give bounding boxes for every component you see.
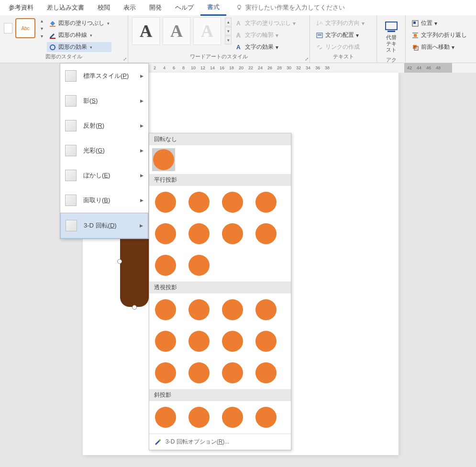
text-fill-button[interactable]: A 文字の塗りつぶし▾ (233, 18, 298, 28)
text-effects-button[interactable]: A 文字の効果▾ (233, 42, 298, 52)
rotation-perspective-thumb-0[interactable] (154, 298, 177, 321)
shape-styles-label: 図形のスタイル (4, 52, 124, 61)
rotation-parallel-thumb-0[interactable] (154, 191, 177, 214)
tab-view[interactable]: 表示 (117, 0, 143, 15)
position-icon (411, 20, 419, 27)
rotation-perspective-thumb-3[interactable] (255, 298, 277, 321)
effects-3d-rotation-item[interactable]: 3-D 回転(D) ▶ (60, 213, 148, 239)
tab-mailings[interactable]: 差し込み文書 (40, 0, 91, 15)
style-gallery-down[interactable]: ▾ (38, 25, 45, 32)
rotation-oblique-thumb-3[interactable] (255, 406, 277, 429)
rotation-parallel-thumb-2[interactable] (221, 191, 244, 214)
rotation-parallel-thumb-4[interactable] (154, 222, 177, 245)
alt-text-button[interactable]: 代替テキスト (380, 17, 403, 55)
tab-review[interactable]: 校閲 (91, 0, 117, 15)
ruler-selection: 42 44 46 48 (404, 63, 452, 73)
shape-style-preset[interactable]: Abc (15, 18, 35, 38)
svg-rect-13 (387, 31, 395, 32)
wrap-icon (411, 32, 419, 39)
section-no-rotation: 回転なし (149, 133, 291, 145)
wordart-preset-1[interactable]: A (132, 17, 160, 45)
ribbon: Abc ▴ ▾ ▾ 図形の塗りつぶし▾ 図形の枠線▾ 図形の (0, 15, 476, 63)
arrange-group: 位置▾ 文字列の折り返し 前面へ移動▾ (406, 15, 476, 63)
rotation-parallel-thumb-5[interactable] (188, 222, 210, 245)
lightbulb-icon (236, 4, 243, 11)
tab-references[interactable]: 参考資料 (2, 0, 40, 15)
rotation-3d-gallery: 回転なし 平行投影 透視投影 斜投影 3-D 回転オプション(R)... (149, 133, 291, 450)
effects-preset-item[interactable]: 標準スタイル(P) ▶ (60, 64, 148, 88)
tab-format[interactable]: 書式 (200, 0, 226, 16)
wordart-up[interactable]: ▴ (225, 18, 232, 26)
svg-rect-2 (50, 26, 55, 27)
rotation-parallel-thumb-9[interactable] (188, 254, 210, 277)
svg-rect-1 (238, 9, 240, 10)
rotation-perspective-thumb-9[interactable] (188, 361, 210, 384)
shape-fill-button[interactable]: 図形の塗りつぶし▾ (47, 18, 111, 28)
create-link-button[interactable]: リンクの作成 (314, 42, 366, 52)
section-perspective: 透視投影 (149, 282, 291, 293)
rotation-perspective-thumb-11[interactable] (255, 361, 277, 384)
paint-bucket-icon (49, 20, 56, 27)
svg-rect-3 (50, 38, 55, 39)
style-gallery-more[interactable]: ▾ (38, 33, 45, 39)
tab-developer[interactable]: 開発 (143, 0, 168, 15)
text-group-label: テキスト (314, 52, 373, 61)
rotation-perspective-thumb-7[interactable] (255, 330, 277, 353)
rotation-parallel-thumb-3[interactable] (255, 191, 277, 214)
svg-text:A: A (236, 32, 241, 39)
position-button[interactable]: 位置▾ (410, 18, 469, 28)
text-align-button[interactable]: 文字の配置▾ (314, 30, 366, 40)
bring-forward-icon (411, 43, 419, 51)
rotation-oblique-thumb-1[interactable] (188, 406, 210, 429)
resize-handle-bottom[interactable] (132, 305, 137, 310)
effects-shadow-item[interactable]: 影(S) ▶ (60, 88, 148, 113)
rotation-parallel-thumb-6[interactable] (221, 222, 244, 245)
style-gallery-up[interactable]: ▴ (38, 17, 45, 24)
shape-effects-button[interactable]: 図形の効果▾ (47, 42, 111, 52)
bring-forward-button[interactable]: 前面へ移動▾ (410, 42, 469, 52)
tab-help[interactable]: ヘルプ (168, 0, 200, 15)
shape-outline-button[interactable]: 図形の枠線▾ (47, 30, 111, 40)
shadow-icon (65, 95, 77, 107)
svg-text:A: A (236, 44, 241, 51)
wordart-preset-2[interactable]: A (163, 17, 190, 45)
rotation-3d-icon (66, 220, 77, 231)
text-fill-icon: A (235, 20, 243, 27)
shape-styles-launcher[interactable]: ⤢ (123, 56, 127, 62)
rotation-parallel-thumb-1[interactable] (188, 191, 210, 214)
tell-me-search[interactable]: 実行したい作業を入力してください (236, 3, 345, 12)
wordart-more[interactable]: ▾ (225, 36, 232, 44)
rotation-perspective-thumb-10[interactable] (221, 361, 244, 384)
wordart-launcher[interactable]: ⤢ (305, 56, 309, 62)
rotation-perspective-thumb-5[interactable] (188, 330, 210, 353)
rotation-parallel-thumb-7[interactable] (255, 222, 277, 245)
wrap-text-button[interactable]: 文字列の折り返し (410, 30, 469, 40)
rotation-oblique-thumb-2[interactable] (221, 406, 244, 429)
text-direction-button[interactable]: A 文字列の方向▾ (314, 18, 366, 28)
rotation-oblique-thumb-0[interactable] (154, 406, 177, 429)
rotation-perspective-thumb-1[interactable] (188, 298, 210, 321)
effects-bevel-item[interactable]: 面取り(B) ▶ (60, 188, 148, 213)
shape-styles-group: Abc ▴ ▾ ▾ 図形の塗りつぶし▾ 図形の枠線▾ 図形の (0, 15, 128, 63)
text-outline-button[interactable]: A 文字の輪郭▾ (233, 30, 298, 40)
tab-bar: 参考資料 差し込み文書 校閲 表示 開発 ヘルプ 書式 実行したい作業を入力して… (0, 0, 476, 15)
effects-reflection-item[interactable]: 反射(R) ▶ (60, 113, 148, 138)
rotation-parallel-thumb-8[interactable] (154, 254, 177, 277)
wordart-down[interactable]: ▾ (225, 27, 232, 35)
effects-softedge-item[interactable]: ぼかし(E) ▶ (60, 163, 148, 188)
wordart-preset-3[interactable]: A (193, 17, 221, 45)
rotation-perspective-thumb-4[interactable] (154, 330, 177, 353)
resize-handle-left[interactable] (117, 259, 122, 264)
wordart-styles-group: A A A ▴ ▾ ▾ A 文字の塗りつぶし▾ A 文字の輪郭▾ (128, 15, 310, 63)
rotation-options-button[interactable]: 3-D 回転オプション(R)... (149, 434, 291, 450)
rotation-none-thumb[interactable] (152, 148, 175, 171)
svg-point-4 (50, 45, 55, 50)
effects-icon (49, 43, 56, 51)
shape-style-thumb[interactable] (4, 23, 12, 33)
svg-rect-12 (386, 22, 397, 30)
rotation-perspective-thumb-8[interactable] (154, 361, 177, 384)
effects-glow-item[interactable]: 光彩(G) ▶ (60, 138, 148, 163)
rotation-perspective-thumb-2[interactable] (221, 298, 244, 321)
svg-text:A: A (236, 20, 241, 27)
rotation-perspective-thumb-6[interactable] (221, 330, 244, 353)
